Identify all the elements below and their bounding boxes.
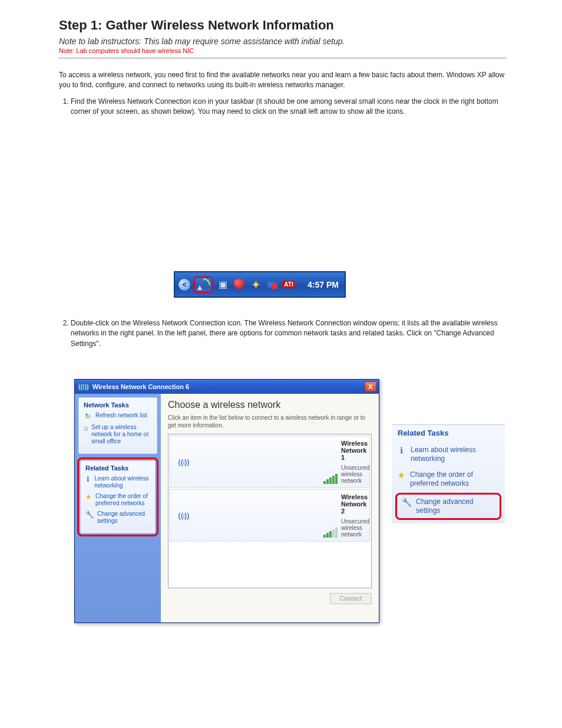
network-name: Wireless Network 1 (341, 440, 365, 461)
related-tasks-panel: Related Tasks ℹ Learn about wireless net… (80, 460, 156, 533)
setup-label: Set up a wireless network for a home or … (91, 424, 152, 445)
page-note: Note: Lab computers should have wireless… (59, 47, 507, 54)
page-subtitle: Note to lab instructors: This lab may re… (59, 37, 507, 46)
page-title: Step 1: Gather Wireless Network Informat… (59, 18, 507, 33)
network-status: Unsecured wireless network (341, 465, 365, 484)
intro-paragraph: To access a wireless network, you need f… (59, 70, 507, 91)
wireless-tray-highlight (194, 276, 213, 293)
aim-icon[interactable]: ✦ (249, 278, 262, 291)
ati-tray-icon[interactable]: ATI (282, 278, 295, 291)
step-1: Find the Wireless Network Connection ico… (71, 97, 507, 117)
zoom-title: Related Tasks (392, 425, 505, 442)
close-button[interactable]: X (365, 381, 376, 392)
zoom-change-advanced[interactable]: 🔧 Change advanced settings (398, 495, 498, 518)
refresh-label: Refresh network list (95, 412, 147, 419)
system-tray-figure: < ▣ ✦ ATI 4:57 PM (174, 271, 346, 298)
footer-row: Connect (168, 588, 372, 604)
info-icon: ℹ (85, 475, 91, 483)
puzzle-tray-icon[interactable] (266, 278, 279, 291)
network-item[interactable]: ((ᵢ)) Wireless Network 1 Unsecured wirel… (170, 436, 370, 488)
wrench-icon: 🔧 (85, 510, 94, 519)
related-tasks-zoom: Related Tasks ℹ Learn about wireless net… (392, 424, 505, 523)
wireless-connection-icon[interactable] (197, 278, 210, 291)
learn-about-wireless[interactable]: ℹ Learn about wireless networking (85, 475, 150, 489)
change-order-preferred[interactable]: ★ Change the order of preferred networks (85, 493, 150, 507)
page-header: Step 1: Gather Wireless Network Informat… (59, 18, 507, 58)
network-item[interactable]: ((ᵢ)) Wireless Network 2 Unsecured wirel… (170, 489, 370, 542)
antenna-icon: ((ᵢ)) (175, 440, 193, 484)
tray-expand-chevron-icon[interactable]: < (178, 279, 190, 291)
wireless-network-window: ((i)) Wireless Network Connection 6 X Ne… (74, 379, 379, 623)
related-tasks-title: Related Tasks (85, 465, 150, 472)
network-tasks-title: Network Tasks (84, 401, 152, 409)
zoom-change-order[interactable]: ★ Change the order of preferred networks (392, 467, 505, 492)
network-status: Unsecured wireless network (341, 518, 365, 538)
learn-label: Learn about wireless networking (94, 475, 150, 489)
step-2: Double-click on the Wireless Network Con… (71, 318, 507, 349)
network-list: ((ᵢ)) Wireless Network 1 Unsecured wirel… (168, 434, 372, 588)
setup-wireless-icon: ⌂ (84, 424, 88, 432)
window-title: Wireless Network Connection 6 (92, 383, 365, 390)
refresh-icon: ↻ (84, 412, 92, 420)
zoom-order-label: Change the order of preferred networks (410, 470, 499, 488)
refresh-network-list[interactable]: ↻ Refresh network list (84, 412, 152, 420)
advanced-label: Change advanced settings (97, 510, 150, 525)
main-subheading: Click an item in the list below to conne… (168, 414, 372, 429)
related-tasks-highlight: Related Tasks ℹ Learn about wireless net… (77, 457, 158, 536)
document-body: Step 1: Gather Wireless Network Informat… (59, 18, 507, 123)
titlebar[interactable]: ((i)) Wireless Network Connection 6 X (75, 380, 379, 394)
setup-wireless-network[interactable]: ⌂ Set up a wireless network for a home o… (84, 424, 152, 445)
network-places-icon[interactable]: ▣ (216, 278, 229, 291)
body-text: To access a wireless network, you need f… (59, 70, 507, 117)
document-body-2: Double-click on the Wireless Network Con… (59, 312, 507, 355)
change-advanced-settings[interactable]: 🔧 Change advanced settings (85, 510, 150, 525)
wrench-icon: 🔧 (402, 498, 411, 508)
star-icon: ★ (85, 493, 92, 501)
network-tasks-panel: Network Tasks ↻ Refresh network list ⌂ S… (78, 397, 157, 454)
signal-bars-icon (196, 493, 338, 538)
zoom-advanced-label: Change advanced settings (416, 498, 495, 515)
main-heading: Choose a wireless network (168, 400, 372, 410)
tray-clock: 4:57 PM (308, 280, 341, 289)
window-antenna-icon: ((i)) (78, 383, 89, 390)
zoom-learn-wireless[interactable]: ℹ Learn about wireless networking (392, 442, 505, 467)
signal-bars-icon (196, 440, 338, 484)
security-shield-icon[interactable] (233, 278, 246, 291)
zoom-advanced-highlight: 🔧 Change advanced settings (395, 493, 501, 520)
connect-button[interactable]: Connect (330, 593, 372, 604)
sidebar: Network Tasks ↻ Refresh network list ⌂ S… (75, 394, 161, 622)
main-pane: Choose a wireless network Click an item … (161, 394, 379, 622)
order-label: Change the order of preferred networks (95, 493, 150, 507)
network-name: Wireless Network 2 (341, 493, 365, 515)
info-icon: ℹ (398, 446, 406, 456)
antenna-icon: ((ᵢ)) (175, 493, 193, 538)
zoom-learn-label: Learn about wireless networking (411, 446, 499, 463)
star-icon: ★ (398, 470, 405, 481)
